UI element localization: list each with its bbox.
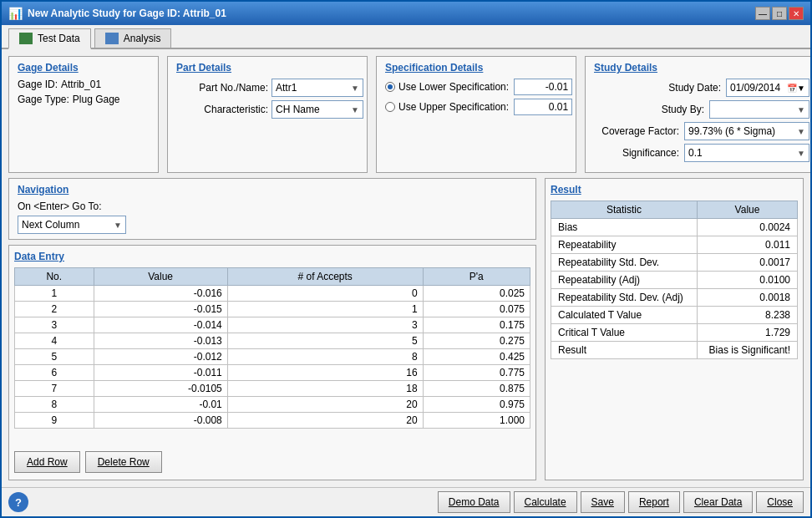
data-entry-section: Data Entry No. Value # of Accepts P'a <box>8 245 536 480</box>
cell-value: -0.008 <box>94 413 227 429</box>
close-button[interactable]: Close <box>756 491 804 513</box>
result-row: Repeatability Std. Dev. 0.0017 <box>551 254 798 272</box>
characteristic-arrow: ▼ <box>351 105 359 114</box>
result-section: Result Statistic Value Bias 0.0024 Repea… <box>545 178 804 480</box>
add-row-button[interactable]: Add Row <box>14 451 80 473</box>
calculate-button[interactable]: Calculate <box>514 491 577 513</box>
nav-combo[interactable]: Next Column ▼ <box>18 216 126 234</box>
result-value: 0.0017 <box>698 254 798 272</box>
study-by-combo[interactable]: ▼ <box>709 100 809 119</box>
study-by-arrow: ▼ <box>797 105 805 114</box>
gage-details-title: Gage Details <box>18 62 150 74</box>
result-row: Calculated T Value 8.238 <box>551 307 798 324</box>
coverage-factor-combo[interactable]: 99.73% (6 * Sigma) ▼ <box>684 122 809 140</box>
minimize-button[interactable]: — <box>755 7 770 20</box>
cell-pa: 0.875 <box>423 381 530 397</box>
help-button[interactable]: ? <box>8 492 28 512</box>
navigation-title: Navigation <box>18 184 527 196</box>
result-statistic: Bias <box>551 219 698 236</box>
footer-buttons: Demo Data Calculate Save Report Clear Da… <box>438 491 804 513</box>
title-bar-buttons: — □ ✕ <box>755 7 804 20</box>
cell-value: -0.0105 <box>94 381 227 397</box>
coverage-factor-value: 99.73% (6 * Sigma) <box>688 125 775 137</box>
result-value: Bias is Significant! <box>698 342 798 359</box>
result-row: Critical T Value 1.729 <box>551 324 798 342</box>
upper-spec-radio[interactable] <box>385 102 395 112</box>
part-no-combo[interactable]: Attr1 ▼ <box>272 79 363 97</box>
result-row: Repeatability Std. Dev. (Adj) 0.0018 <box>551 289 798 307</box>
study-details-section: Study Details Study Date: 01/09/2014 📅▼ … <box>585 56 810 173</box>
analysis-tab-label: Analysis <box>124 33 161 44</box>
study-date-input[interactable]: 01/09/2014 📅▼ <box>726 79 809 97</box>
top-row: Gage Details Gage ID: Attrib_01 Gage Typ… <box>8 56 804 173</box>
cell-pa: 0.075 <box>423 302 530 317</box>
cell-value: -0.015 <box>94 302 227 317</box>
data-table: No. Value # of Accepts P'a 1 -0.016 0 0.… <box>14 267 530 429</box>
table-row[interactable]: 5 -0.012 8 0.425 <box>15 349 530 365</box>
tab-test-data[interactable]: Test Data <box>8 28 91 49</box>
characteristic-combo[interactable]: CH Name ▼ <box>272 100 363 119</box>
title-bar: 📊 New Analytic Study for Gage ID: Attrib… <box>2 2 810 25</box>
table-row[interactable]: 6 -0.011 16 0.775 <box>15 365 530 381</box>
cell-pa: 0.775 <box>423 365 530 381</box>
content-area: Gage Details Gage ID: Attrib_01 Gage Typ… <box>2 49 810 487</box>
demo-data-button[interactable]: Demo Data <box>438 491 510 513</box>
table-row[interactable]: 4 -0.013 5 0.275 <box>15 333 530 349</box>
lower-spec-radio[interactable] <box>385 82 395 92</box>
cell-no: 6 <box>15 365 94 381</box>
nav-value: Next Column <box>22 219 79 231</box>
cell-pa: 0.275 <box>423 333 530 349</box>
cell-no: 8 <box>15 397 94 413</box>
gage-type-value: Plug Gage <box>73 94 120 105</box>
spec-details-section: Specification Details Use Lower Specific… <box>376 56 576 173</box>
significance-label: Significance: <box>622 147 679 159</box>
result-statistic: Repeatability <box>551 236 698 254</box>
delete-row-button[interactable]: Delete Row <box>85 451 162 473</box>
coverage-factor-row: Coverage Factor: 99.73% (6 * Sigma) ▼ <box>594 122 809 140</box>
characteristic-row: Characteristic: CH Name ▼ <box>176 100 358 119</box>
characteristic-label: Characteristic: <box>176 104 268 115</box>
upper-spec-input[interactable] <box>514 99 572 115</box>
significance-combo[interactable]: 0.1 ▼ <box>684 144 809 162</box>
col-no: No. <box>15 268 94 286</box>
gage-type-label: Gage Type: <box>18 94 69 105</box>
main-window: 📊 New Analytic Study for Gage ID: Attrib… <box>0 0 812 518</box>
result-statistic: Calculated T Value <box>551 307 698 324</box>
part-no-label: Part No./Name: <box>176 82 268 94</box>
tabs-bar: Test Data Analysis <box>2 25 810 49</box>
gage-id-row: Gage ID: Attrib_01 <box>18 79 150 90</box>
cell-no: 4 <box>15 333 94 349</box>
table-row[interactable]: 3 -0.014 3 0.175 <box>15 317 530 333</box>
part-details-section: Part Details Part No./Name: Attr1 ▼ Char… <box>167 56 368 173</box>
analysis-tab-icon <box>105 33 119 44</box>
cell-no: 1 <box>15 286 94 302</box>
maximize-button[interactable]: □ <box>772 7 787 20</box>
cell-pa: 0.975 <box>423 397 530 413</box>
lower-spec-label: Use Lower Specification: <box>398 81 509 93</box>
cell-pa: 0.425 <box>423 349 530 365</box>
report-button[interactable]: Report <box>628 491 680 513</box>
clear-data-button[interactable]: Clear Data <box>683 491 753 513</box>
cell-accepts: 16 <box>227 365 423 381</box>
table-row[interactable]: 9 -0.008 20 1.000 <box>15 413 530 429</box>
close-window-button[interactable]: ✕ <box>789 7 804 20</box>
cell-no: 9 <box>15 413 94 429</box>
date-picker-icon[interactable]: 📅▼ <box>787 84 805 93</box>
table-row[interactable]: 2 -0.015 1 0.075 <box>15 302 530 317</box>
part-no-value: Attr1 <box>276 82 297 94</box>
gage-details-section: Gage Details Gage ID: Attrib_01 Gage Typ… <box>8 56 159 173</box>
result-statistic: Critical T Value <box>551 324 698 342</box>
lower-spec-input[interactable] <box>514 79 572 95</box>
result-row: Bias 0.0024 <box>551 219 798 236</box>
data-table-container: No. Value # of Accepts P'a 1 -0.016 0 0.… <box>14 267 530 448</box>
result-table: Statistic Value Bias 0.0024 Repeatabilit… <box>551 201 798 359</box>
table-row[interactable]: 1 -0.016 0 0.025 <box>15 286 530 302</box>
table-row[interactable]: 7 -0.0105 18 0.875 <box>15 381 530 397</box>
data-table-header: No. Value # of Accepts P'a <box>15 268 530 286</box>
table-row[interactable]: 8 -0.01 20 0.975 <box>15 397 530 413</box>
tab-analysis[interactable]: Analysis <box>94 28 172 48</box>
save-button[interactable]: Save <box>581 491 625 513</box>
cell-accepts: 18 <box>227 381 423 397</box>
left-column: Navigation On <Enter> Go To: Next Column… <box>8 178 536 480</box>
spec-details-title: Specification Details <box>385 62 567 74</box>
